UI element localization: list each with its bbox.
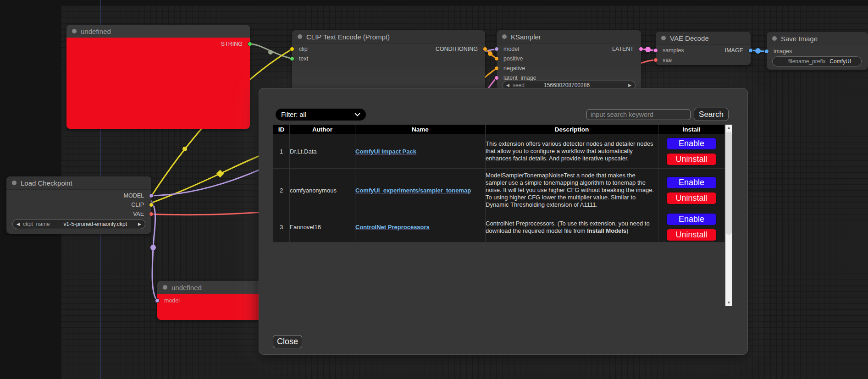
node-collapse-dot[interactable] (12, 181, 17, 185)
cell-description: This extension offers various detector n… (486, 134, 658, 169)
search-button[interactable]: Search (694, 108, 729, 121)
cell-author: Dr.Lt.Data (290, 134, 355, 169)
node-vae-decode[interactable]: VAE Decode samples vae IMAGE (656, 32, 751, 65)
output-slot-label: VAE (133, 209, 144, 219)
input-port-images[interactable] (764, 49, 769, 54)
node-title-bar[interactable]: Save Image (767, 32, 868, 45)
input-slot-label: vae (663, 55, 672, 65)
input-slot-label: text (299, 54, 308, 63)
node-collapse-dot[interactable] (163, 285, 167, 290)
output-port-image[interactable] (748, 48, 753, 53)
node-title: KSampler (511, 33, 541, 41)
output-slot-label: MODEL (124, 191, 144, 200)
node-undefined-string[interactable]: undefined STRING (66, 25, 250, 129)
output-port-vae[interactable] (149, 212, 154, 216)
input-port-clip[interactable] (290, 47, 294, 51)
node-collapse-dot[interactable] (298, 34, 302, 39)
node-title: Save Image (781, 35, 818, 43)
node-title: VAE Decode (670, 34, 709, 42)
node-title: undefined (171, 284, 202, 291)
output-slot-label: CONDITIONING (436, 44, 478, 54)
cell-id: 1 (273, 134, 290, 169)
scrollbar-thumb[interactable] (726, 132, 732, 235)
node-collapse-dot[interactable] (72, 29, 77, 33)
cell-description: ModelSamplerTonemapNoiseTest a node that… (486, 169, 658, 212)
node-error-body (66, 38, 250, 129)
input-slot-label: model (503, 44, 519, 54)
extension-link[interactable]: ComfyUI_experiments/sampler_tonemap (355, 187, 471, 194)
uninstall-button[interactable]: Uninstall (666, 192, 717, 204)
output-port-latent[interactable] (639, 47, 643, 51)
node-collapse-dot[interactable] (772, 36, 777, 41)
cell-id: 3 (273, 212, 290, 242)
extension-link[interactable]: ControlNet Preprocessors (355, 224, 430, 231)
node-title-bar[interactable]: undefined (157, 281, 271, 294)
input-port-latent-image[interactable] (494, 76, 499, 80)
input-port-vae[interactable] (653, 58, 658, 62)
table-row: 1 Dr.Lt.Data ComfyUI Impact Pack This ex… (273, 134, 725, 169)
node-title-bar[interactable]: VAE Decode (656, 32, 751, 45)
input-slot-label: clip (299, 44, 308, 54)
enable-button[interactable]: Enable (666, 137, 717, 150)
seed-widget-value: 156680208700286 (544, 82, 590, 88)
node-title-bar[interactable]: undefined (66, 25, 250, 38)
input-port-model[interactable] (155, 298, 160, 303)
node-save-image[interactable]: Save Image images filename_prefix ComfyU… (767, 32, 868, 70)
ckpt-name-value: v1-5-pruned-emaonly.ckpt (64, 221, 127, 227)
node-title: undefined (81, 27, 111, 35)
uninstall-button[interactable]: Uninstall (666, 229, 717, 241)
filter-select-value: Filter: all (281, 111, 306, 118)
filename-prefix-widget[interactable]: filename_prefix ComfyUI (772, 56, 862, 66)
cell-author: Fannovel16 (290, 212, 355, 242)
input-port-positive[interactable] (494, 56, 499, 61)
close-button[interactable]: Close (273, 335, 302, 348)
custom-nodes-manager-dialog: Filter: all Search ID Author Name Descri… (259, 88, 747, 354)
chevron-down-icon (354, 113, 360, 116)
input-port-negative[interactable] (494, 66, 499, 71)
cell-id: 2 (273, 169, 290, 212)
output-slot-label: STRING (221, 39, 243, 49)
extension-link[interactable]: ComfyUI Impact Pack (355, 148, 416, 155)
output-port-clip[interactable] (149, 203, 154, 207)
output-slot-label: CLIP (131, 200, 144, 209)
output-slot-label: LATENT (612, 44, 634, 54)
scroll-up-icon[interactable]: ▲ (725, 125, 732, 131)
input-port-model[interactable] (494, 47, 499, 51)
col-header-install: Install (658, 125, 725, 134)
input-slot-label: negative (503, 64, 525, 73)
filter-select[interactable]: Filter: all (276, 109, 366, 121)
extensions-table: ID Author Name Description Install 1 Dr.… (273, 124, 725, 242)
input-port-samples[interactable] (653, 48, 658, 53)
node-collapse-dot[interactable] (502, 34, 507, 39)
increment-arrow-icon[interactable]: ▶ (138, 220, 141, 229)
node-title-bar[interactable]: CLIP Text Encode (Prompt) (292, 30, 485, 44)
input-port-text[interactable] (290, 56, 294, 61)
col-header-id: ID (273, 125, 290, 134)
seed-widget-label: seed (513, 82, 525, 88)
table-row: 2 comfyanonymous ComfyUI_experiments/sam… (273, 169, 725, 212)
enable-button[interactable]: Enable (666, 176, 717, 189)
input-slot-label: positive (503, 54, 523, 63)
decrement-arrow-icon[interactable]: ◀ (17, 220, 20, 229)
enable-button[interactable]: Enable (666, 213, 717, 225)
node-title-bar[interactable]: KSampler (497, 30, 641, 44)
node-load-checkpoint[interactable]: Load Checkpoint MODEL CLIP VAE ◀ ckpt_na… (6, 176, 151, 234)
scroll-down-icon[interactable]: ▼ (725, 300, 732, 306)
table-scrollbar[interactable]: ▲ ▼ (725, 125, 732, 306)
uninstall-button[interactable]: Uninstall (666, 153, 717, 165)
col-header-name: Name (355, 125, 486, 134)
output-port-model[interactable] (149, 193, 154, 198)
ckpt-name-widget[interactable]: ◀ ckpt_name v1-5-pruned-emaonly.ckpt ▶ (12, 219, 145, 229)
table-header-row: ID Author Name Description Install (273, 125, 725, 134)
node-title-bar[interactable]: Load Checkpoint (6, 176, 151, 190)
col-header-author: Author (290, 125, 355, 134)
comfyui-canvas[interactable]: undefined STRING CLIP Text Encode (Promp… (0, 0, 868, 379)
node-undefined-model[interactable]: undefined model (157, 281, 271, 320)
cell-description: ControlNet Preprocessors. (To use this e… (486, 212, 658, 242)
ckpt-name-label: ckpt_name (23, 221, 50, 227)
search-input[interactable] (586, 109, 691, 120)
output-port-conditioning[interactable] (483, 47, 487, 51)
node-collapse-dot[interactable] (661, 36, 666, 40)
filename-prefix-value: ComfyUI (829, 58, 851, 65)
output-port-string[interactable] (248, 42, 252, 46)
